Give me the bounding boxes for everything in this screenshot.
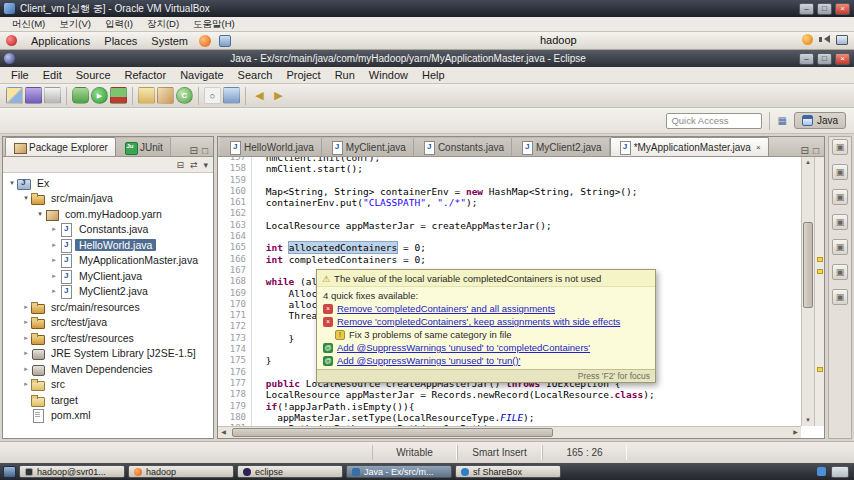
line-number[interactable]: 173 (218, 333, 252, 344)
line-number[interactable]: 163 (218, 220, 252, 231)
search-view-icon[interactable] (832, 164, 848, 180)
minimize-view-icon[interactable] (190, 145, 198, 156)
line-number[interactable]: 178 (218, 389, 252, 400)
eclipse-maximize-button[interactable] (817, 53, 832, 65)
expand-arrow-icon[interactable] (49, 241, 59, 249)
vertical-scrollbar[interactable] (801, 157, 814, 426)
new-java-project-icon[interactable] (138, 87, 155, 104)
volume-icon[interactable] (819, 34, 830, 45)
vm-minimize-button[interactable] (799, 3, 814, 15)
tree-item[interactable]: Ex (3, 175, 213, 191)
code-line[interactable]: 160 Map<String, String> containerEnv = n… (218, 186, 801, 197)
forward-icon[interactable] (270, 87, 287, 104)
line-number[interactable]: 166 (218, 254, 252, 265)
line-number[interactable]: 176 (218, 367, 252, 378)
panel-menu-item[interactable]: Places (97, 35, 144, 47)
save-icon[interactable] (25, 87, 42, 104)
taskbar-window-button[interactable]: Java - Ex/src/m... (346, 465, 452, 478)
vm-menu-item[interactable]: 장치(D) (141, 18, 185, 31)
tree-item[interactable]: src/main/resources (3, 299, 213, 315)
scroll-up-icon[interactable] (802, 157, 814, 168)
workspace-switcher[interactable] (831, 466, 849, 478)
menu-item[interactable]: Search (231, 69, 280, 81)
expand-arrow-icon[interactable] (21, 303, 31, 311)
vm-menu-item[interactable]: 보기(V) (53, 18, 97, 31)
tree-item[interactable]: target (3, 392, 213, 408)
back-icon[interactable] (251, 87, 268, 104)
code-line[interactable]: 161 containerEnv.put("CLASSPATH", "./*")… (218, 197, 801, 208)
tree-item[interactable]: Maven Dependencies (3, 361, 213, 377)
tasklist-icon[interactable] (832, 289, 848, 305)
external-tools-icon[interactable] (110, 87, 127, 104)
expand-arrow-icon[interactable] (21, 334, 31, 342)
show-desktop-icon[interactable] (3, 466, 16, 478)
line-number[interactable]: 170 (218, 299, 252, 310)
taskbar-window-button[interactable]: eclipse (237, 465, 343, 478)
line-number[interactable]: 162 (218, 208, 252, 219)
terminal-launcher-icon[interactable] (219, 35, 231, 47)
tree-item[interactable]: MyApplicationMaster.java (3, 253, 213, 269)
quick-fix-item[interactable]: Add @SuppressWarnings 'unused' to 'compl… (317, 341, 655, 354)
line-number[interactable]: 172 (218, 321, 252, 332)
editor-tab[interactable]: HelloWorld.java (220, 137, 322, 156)
expand-arrow-icon[interactable] (21, 318, 31, 326)
overview-ruler[interactable] (814, 157, 824, 426)
vm-menu-item[interactable]: 머신(M) (6, 18, 51, 31)
code-line[interactable]: 178 LocalResource appMasterJar = Records… (218, 389, 801, 400)
new-class-icon[interactable] (176, 87, 193, 104)
line-number[interactable]: 161 (218, 197, 252, 208)
new-wizard-icon[interactable] (6, 87, 23, 104)
collapse-all-icon[interactable] (176, 160, 184, 170)
quick-fix-item[interactable]: Add @SuppressWarnings 'unused' to 'run()… (317, 354, 655, 367)
line-number[interactable]: 177 (218, 378, 252, 389)
line-number[interactable]: 167 (218, 265, 252, 276)
console-icon[interactable] (832, 189, 848, 205)
editor-tab[interactable]: MyClient.java (322, 137, 414, 156)
vertical-scroll-thumb[interactable] (803, 222, 813, 308)
quick-fix-item[interactable]: Remove 'completedContainers', keep assig… (317, 315, 655, 328)
expand-arrow-icon[interactable] (49, 256, 59, 264)
expand-arrow-icon[interactable] (49, 225, 59, 233)
update-notifier-icon[interactable] (802, 34, 813, 45)
tree-item[interactable]: MyClient.java (3, 268, 213, 284)
menu-item[interactable]: Project (279, 69, 327, 81)
vm-menu-item[interactable]: 도움말(H) (187, 18, 241, 31)
code-line[interactable]: 159 (218, 175, 801, 186)
taskbar-window-button[interactable]: hadoop@svr01... (19, 465, 125, 478)
line-number[interactable]: 168 (218, 276, 252, 287)
editor-tab[interactable]: MyClient2.java (512, 137, 610, 156)
warning-marker[interactable] (817, 269, 823, 274)
distro-menu-icon[interactable] (6, 35, 17, 46)
menu-item[interactable]: Edit (36, 69, 69, 81)
warning-marker[interactable] (817, 257, 823, 262)
expand-arrow-icon[interactable] (21, 349, 31, 357)
tree-item[interactable]: src/main/java (3, 191, 213, 207)
code-line[interactable]: 165 int allocatedContainers = 0; (218, 242, 801, 253)
editor-tab[interactable]: Constants.java (414, 137, 512, 156)
line-number[interactable]: 160 (218, 186, 252, 197)
code-line[interactable]: 166 int completedContainers = 0; (218, 254, 801, 265)
restore-icon[interactable] (832, 139, 848, 155)
panel-window-label[interactable]: hadoop (540, 34, 577, 46)
vm-close-button[interactable] (835, 3, 850, 15)
code-line[interactable]: 158 nmClient.start(); (218, 163, 801, 174)
scroll-left-icon[interactable] (218, 427, 229, 438)
tree-item[interactable]: com.myHadoop.yarn (3, 206, 213, 222)
menu-item[interactable]: Help (415, 69, 452, 81)
menu-item[interactable]: Run (328, 69, 362, 81)
view-tab[interactable]: JUnit (116, 137, 171, 156)
taskbar-window-button[interactable]: sf ShareBox (455, 465, 561, 478)
search-icon[interactable] (204, 87, 221, 104)
print-icon[interactable] (44, 87, 61, 104)
code-editor[interactable]: 157 nmClient.init(conf);158 nmClient.sta… (218, 157, 824, 438)
expand-arrow-icon[interactable] (21, 365, 31, 373)
vm-maximize-button[interactable] (817, 3, 832, 15)
expand-arrow-icon[interactable] (21, 194, 31, 202)
line-number[interactable]: 171 (218, 310, 252, 321)
open-task-icon[interactable] (223, 87, 240, 104)
problems-icon[interactable] (832, 239, 848, 255)
vm-menu-item[interactable]: 입력(I) (99, 18, 139, 31)
java-perspective-button[interactable]: Java (794, 112, 846, 129)
tree-item[interactable]: src/test/java (3, 315, 213, 331)
line-number[interactable]: 179 (218, 401, 252, 412)
